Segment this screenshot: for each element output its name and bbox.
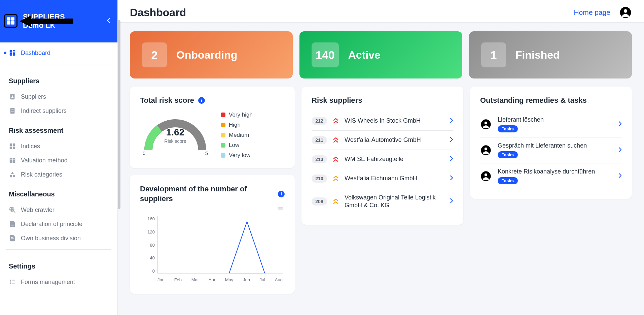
sidebar-nav: Dashboard Suppliers Suppliers Indirect s… xyxy=(0,42,117,315)
sidebar-item-valuation[interactable]: Valuation method xyxy=(6,153,111,167)
risk-supplier-row[interactable]: 213 WM SE Fahrzeugteile xyxy=(312,150,453,169)
stat-card-active[interactable]: 140 Active xyxy=(299,31,462,78)
task-title: Konkrete Risikoanalyse durchführen xyxy=(498,168,612,175)
sidebar-item-indirect-suppliers[interactable]: Indirect suppliers xyxy=(6,104,111,118)
risk-rank-badge: 211 xyxy=(312,136,327,144)
user-avatar-button[interactable] xyxy=(619,6,632,19)
card-title-text: Development of the number of suppliers xyxy=(140,184,248,203)
sidebar-header: SUPPLIERS MANAGER Demo LK xyxy=(0,0,117,42)
app-title-line1: SUPPLIERS xyxy=(23,12,65,21)
svg-rect-5 xyxy=(10,50,12,53)
risk-supplier-row[interactable]: 210 Westfalia Eichmann GmbH xyxy=(312,169,453,188)
risk-rank-badge: 213 xyxy=(312,155,327,163)
risk-rank-badge: 208 xyxy=(312,197,327,206)
sidebar-scrollbar[interactable] xyxy=(118,20,120,315)
stat-label: Active xyxy=(348,49,381,61)
sidebar-item-label: Forms management xyxy=(21,279,75,286)
svg-rect-6 xyxy=(13,50,15,52)
sidebar-collapse-button[interactable] xyxy=(107,18,111,25)
legend-swatch xyxy=(221,133,225,137)
widget-row: Total risk score i 1.62 Risk score xyxy=(130,87,632,294)
svg-rect-30 xyxy=(11,239,14,239)
x-tick: Feb xyxy=(174,277,182,282)
info-icon[interactable]: i xyxy=(278,191,285,197)
stat-card-finished[interactable]: 1 Finished xyxy=(469,31,632,78)
risk-score-card: Total risk score i 1.62 Risk score xyxy=(130,87,295,168)
task-row[interactable]: Gespräch mit Lieferanten suchen Tasks xyxy=(480,137,622,163)
sidebar-item-dashboard[interactable]: Dashboard xyxy=(6,46,111,60)
dashboard-icon xyxy=(9,49,16,57)
svg-rect-16 xyxy=(13,144,15,146)
info-icon[interactable]: i xyxy=(198,97,205,104)
user-avatar-icon xyxy=(480,170,492,182)
svg-point-33 xyxy=(10,284,11,284)
chart-menu-icon[interactable] xyxy=(278,208,283,210)
task-row[interactable]: Konkrete Risikoanalyse durchführen Tasks xyxy=(480,163,622,189)
svg-point-44 xyxy=(485,174,488,177)
tasks-card: Outstanding remedies & tasks Lieferant l… xyxy=(470,87,632,199)
stat-row: 2 Onboarding 140 Active 1 Finished xyxy=(130,31,632,78)
risk-supplier-name: Westfalia-Automotive GmbH xyxy=(345,136,444,144)
risk-suppliers-card: Risk suppliers 212 WIS Wheels In Stock G… xyxy=(301,87,463,225)
sidebar-item-risk-categories[interactable]: Risk categories xyxy=(6,167,111,182)
gauge-sublabel: Risk score xyxy=(140,138,211,144)
stat-value: 2 xyxy=(142,42,167,67)
sidebar-item-label: Dashboard xyxy=(21,50,50,57)
legend-swatch xyxy=(221,123,225,127)
sidebar-item-own-business[interactable]: Own business division xyxy=(6,231,111,245)
list-icon xyxy=(9,278,16,286)
x-tick: Aug xyxy=(275,277,283,282)
globe-search-icon xyxy=(9,206,16,214)
sidebar-item-forms-mgmt[interactable]: Forms management xyxy=(6,275,111,289)
svg-point-38 xyxy=(624,9,628,13)
sidebar-item-indices[interactable]: Indices xyxy=(6,139,111,153)
legend-item: Low xyxy=(221,142,253,149)
risk-supplier-name: WIS Wheels In Stock GmbH xyxy=(345,117,444,125)
sidebar-section-settings: Settings xyxy=(6,254,111,275)
task-title: Gespräch mit Lieferanten suchen xyxy=(498,142,612,149)
svg-rect-0 xyxy=(7,17,10,21)
sidebar-item-declaration[interactable]: Declaration of principle xyxy=(6,217,111,231)
risk-supplier-row[interactable]: 211 Westfalia-Automotive GmbH xyxy=(312,131,453,150)
task-tag: Tasks xyxy=(498,177,518,184)
home-page-link[interactable]: Home page xyxy=(574,8,610,17)
gauge-min: 0 xyxy=(143,150,145,156)
legend-item: Very low xyxy=(221,152,253,159)
task-row[interactable]: Lieferant löschen Tasks xyxy=(480,112,622,137)
sidebar-section-risk: Risk assessment xyxy=(6,118,111,139)
document-alt-icon xyxy=(9,234,16,242)
card-title-text: Total risk score xyxy=(140,96,194,105)
chevron-right-icon xyxy=(450,175,453,182)
svg-point-32 xyxy=(10,282,11,282)
risk-supplier-row[interactable]: 208 Volkswagen Original Teile Logistik G… xyxy=(312,188,453,215)
page-title: Dashboard xyxy=(130,6,186,19)
chevron-right-icon xyxy=(450,156,453,163)
sidebar: SUPPLIERS MANAGER Demo LK Dashboard Supp… xyxy=(0,0,118,315)
y-tick: 40 xyxy=(150,255,155,260)
sidebar-item-web-crawler[interactable]: Web crawler xyxy=(6,203,111,217)
legend-label: High xyxy=(229,122,241,128)
sidebar-item-label: Indices xyxy=(21,143,40,150)
y-tick: 160 xyxy=(147,216,155,221)
svg-rect-14 xyxy=(11,111,13,112)
table-icon xyxy=(9,157,16,164)
svg-point-31 xyxy=(10,280,11,281)
x-tick: May xyxy=(225,277,234,282)
y-tick: 80 xyxy=(150,243,155,248)
svg-rect-7 xyxy=(13,52,15,53)
stat-card-onboarding[interactable]: 2 Onboarding xyxy=(130,31,293,78)
sidebar-item-label: Web crawler xyxy=(21,207,55,214)
legend-label: Very low xyxy=(229,152,250,159)
divider xyxy=(6,64,111,64)
risk-level-icon xyxy=(332,137,339,143)
svg-line-26 xyxy=(13,211,15,213)
risk-level-icon xyxy=(332,156,339,162)
sidebar-section-misc: Miscellaneous xyxy=(6,182,111,203)
svg-marker-22 xyxy=(11,172,14,174)
card-title-text: Risk suppliers xyxy=(312,96,362,105)
card-title-text: Outstanding remedies & tasks xyxy=(480,96,587,105)
chevron-right-icon xyxy=(450,137,453,144)
svg-rect-28 xyxy=(11,225,14,225)
sidebar-item-suppliers[interactable]: Suppliers xyxy=(6,90,111,104)
risk-supplier-row[interactable]: 212 WIS Wheels In Stock GmbH xyxy=(312,112,453,131)
